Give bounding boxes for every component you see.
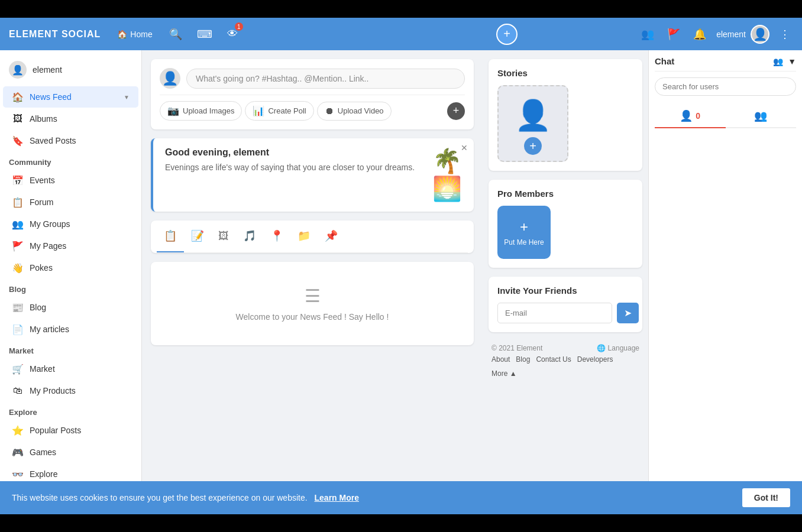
mypages-icon: 🚩: [12, 240, 24, 252]
tab-location[interactable]: 📍: [263, 220, 290, 252]
sidebar-item-albums[interactable]: 🖼 Albums: [3, 108, 138, 129]
cookie-learn-more-link[interactable]: Learn More: [315, 493, 359, 502]
sidebar-item-mygroups[interactable]: 👥 My Groups: [3, 213, 138, 235]
sidebar-user-avatar: 👤: [9, 61, 27, 79]
user-menu[interactable]: element 👤: [716, 25, 769, 44]
mypages-label: My Pages: [30, 241, 66, 251]
header-nav: 🏠 Home 🔍 ⌨ 👁 1: [112, 25, 375, 44]
albums-icon: 🖼: [12, 113, 24, 125]
pro-member-ad[interactable]: + Put Me Here: [497, 206, 551, 259]
tab-posts[interactable]: 📋: [157, 220, 184, 252]
story-avatar: 👤: [515, 98, 551, 132]
eye-badge[interactable]: 👁 1: [224, 25, 241, 43]
sidebar-item-myproducts[interactable]: 🛍 My Products: [3, 380, 138, 401]
chat-tabs: 👤 0 👥: [655, 105, 796, 128]
invite-send-button[interactable]: ➤: [617, 303, 639, 323]
stories-grid: 👤 +: [497, 85, 633, 162]
people-icon[interactable]: 👥: [638, 25, 657, 44]
explore-icon: 👓: [12, 468, 24, 480]
bell-icon[interactable]: 🔔: [690, 25, 709, 44]
chat-tab-friends[interactable]: 👤 0: [655, 105, 726, 128]
market-icon: 🛒: [12, 363, 24, 375]
sidebar-item-mypages[interactable]: 🚩 My Pages: [3, 235, 138, 257]
bottom-black-bar: [0, 514, 802, 532]
sidebar-user[interactable]: 👤 element: [0, 56, 141, 86]
header-right: 👥 🚩 🔔 element 👤 ⋮: [638, 25, 793, 44]
footer-blog-link[interactable]: Blog: [516, 355, 530, 364]
invite-section: Invite Your Friends ➤: [489, 277, 642, 332]
invite-input-row: ➤: [497, 303, 633, 323]
greeting-text: Evenings are life's way of saying that y…: [165, 163, 423, 172]
add-story-item[interactable]: 👤 +: [497, 85, 568, 162]
sidebar-item-events[interactable]: 📅 Events: [3, 170, 138, 191]
sidebar-item-market[interactable]: 🛒 Market: [3, 358, 138, 379]
chat-header: Chat 👥 ▼: [655, 56, 796, 72]
footer-developers-link[interactable]: Developers: [577, 355, 613, 364]
more-actions-button[interactable]: +: [447, 102, 465, 120]
sidebar-item-myarticles[interactable]: 📄 My articles: [3, 319, 138, 340]
tab-pinned[interactable]: 📌: [318, 220, 345, 252]
home-icon: 🏠: [117, 30, 127, 39]
home-nav[interactable]: 🏠 Home: [112, 27, 157, 42]
tab-images[interactable]: 🖼: [211, 221, 236, 252]
empty-feed-label: Welcome to your News Feed ! Say Hello !: [174, 312, 450, 322]
sidebar-item-popularposts[interactable]: ⭐ Popular Posts: [3, 420, 138, 441]
sidebar-item-forum[interactable]: 📋 Forum: [3, 192, 138, 213]
footer-contact-link[interactable]: Contact Us: [536, 355, 571, 364]
sidebar-item-savedposts[interactable]: 🔖 Saved Posts: [3, 130, 138, 151]
chat-panel: Chat 👥 ▼ 👤 0 👥 What's happening No new a…: [648, 50, 802, 514]
tab-notes[interactable]: 📝: [184, 220, 211, 252]
sidebar-item-newsfeed[interactable]: 🏠 News Feed ▼: [3, 86, 138, 108]
stories-title: Stories: [497, 68, 633, 78]
keyboard-icon[interactable]: ⌨: [194, 25, 215, 44]
upload-images-button[interactable]: 📷 Upload Images: [160, 101, 242, 121]
events-label: Events: [30, 176, 55, 185]
sidebar: 👤 element 🏠 News Feed ▼ 🖼 Albums 🔖 Saved…: [0, 50, 142, 514]
sidebar-item-games[interactable]: 🎮 Games: [3, 442, 138, 463]
myproducts-label: My Products: [30, 386, 76, 395]
post-box-avatar: 👤: [160, 68, 180, 89]
greeting-close-button[interactable]: ✕: [461, 143, 468, 153]
post-tabs: 📋 📝 🖼 🎵 📍 📁 📌: [151, 220, 474, 253]
games-icon: 🎮: [12, 446, 24, 458]
chat-tab-groups[interactable]: 👥: [726, 105, 797, 127]
upload-video-button[interactable]: ⏺ Upload Video: [317, 102, 392, 121]
top-black-bar: [0, 0, 802, 18]
search-icon[interactable]: 🔍: [166, 25, 185, 44]
greeting-title: Good evening, element: [165, 147, 423, 158]
add-post-button[interactable]: +: [496, 24, 518, 45]
blog-icon: 📰: [12, 301, 24, 313]
story-add-button[interactable]: +: [524, 137, 542, 155]
invite-email-input[interactable]: [497, 303, 612, 323]
sidebar-item-blog[interactable]: 📰 Blog: [3, 297, 138, 318]
forum-icon: 📋: [12, 196, 24, 208]
flag-icon[interactable]: 🚩: [664, 25, 683, 44]
pro-member-plus-icon: +: [520, 219, 528, 235]
explore-section-title: Explore: [0, 402, 141, 419]
language-selector[interactable]: 🌐 Language: [597, 344, 639, 352]
newsfeed-label: News Feed: [30, 92, 72, 102]
community-section-title: Community: [0, 152, 141, 169]
post-input[interactable]: What's going on? #Hashtag.. @Mention.. L…: [186, 69, 465, 89]
newsfeed-icon: 🏠: [12, 91, 24, 103]
empty-feed: ☰ Welcome to your News Feed ! Say Hello …: [151, 262, 474, 345]
chat-collapse-icon[interactable]: ▼: [788, 57, 796, 66]
eye-count-badge: 1: [235, 22, 243, 31]
myarticles-icon: 📄: [12, 323, 24, 335]
header: ELEMENT SOCIAL 🏠 Home 🔍 ⌨ 👁 1 + 👥 🚩 🔔 el…: [0, 18, 802, 50]
chat-friend-count: 0: [696, 111, 700, 121]
myarticles-label: My articles: [30, 325, 69, 334]
add-friend-icon[interactable]: 👥: [773, 57, 783, 66]
tab-music[interactable]: 🎵: [236, 220, 263, 252]
footer-more-link[interactable]: More ▲: [491, 369, 517, 378]
tab-files[interactable]: 📁: [290, 220, 318, 252]
sidebar-item-pokes[interactable]: 👋 Pokes: [3, 257, 138, 278]
more-menu-icon[interactable]: ⋮: [777, 25, 793, 44]
footer-copyright: © 2021 Element: [491, 344, 542, 352]
popularposts-icon: ⭐: [12, 424, 24, 436]
post-tabs-list: 📋 📝 🖼 🎵 📍 📁 📌: [157, 220, 468, 253]
chat-search-input[interactable]: [655, 77, 796, 96]
create-poll-button[interactable]: 📊 Create Poll: [245, 101, 313, 121]
cookie-got-it-button[interactable]: Got It!: [742, 488, 790, 507]
footer-about-link[interactable]: About: [491, 355, 510, 364]
